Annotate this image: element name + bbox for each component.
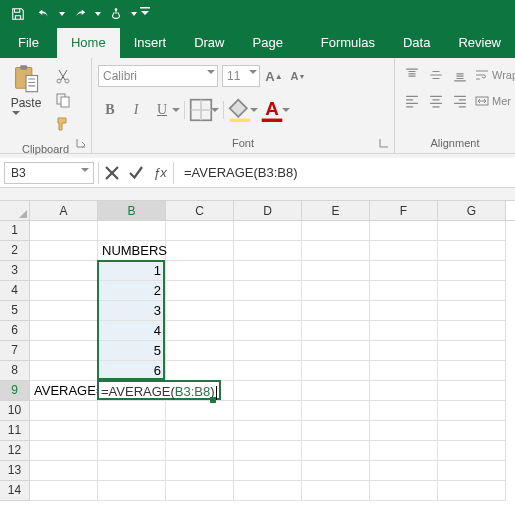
row-header-11[interactable]: 11 <box>0 421 30 441</box>
cell-B5[interactable]: 3 <box>98 301 166 321</box>
row-header-10[interactable]: 10 <box>0 401 30 421</box>
formula-bar-input[interactable]: =AVERAGE(B3:B8) <box>178 162 515 184</box>
cell-F11[interactable] <box>370 421 438 441</box>
cell-E6[interactable] <box>302 321 370 341</box>
select-all-triangle[interactable] <box>0 201 30 220</box>
tab-page-layout[interactable]: Page Layout <box>239 28 307 58</box>
cell-F10[interactable] <box>370 401 438 421</box>
tab-review[interactable]: Review <box>444 28 515 58</box>
cell-G6[interactable] <box>438 321 506 341</box>
format-painter-icon[interactable] <box>52 114 74 134</box>
save-icon[interactable] <box>6 2 30 26</box>
cell-G5[interactable] <box>438 301 506 321</box>
align-left-icon[interactable] <box>401 91 423 111</box>
cell-G14[interactable] <box>438 481 506 501</box>
row-header-9[interactable]: 9 <box>0 381 30 401</box>
cell-A3[interactable] <box>30 261 98 281</box>
customize-qat-icon[interactable] <box>140 2 154 26</box>
row-header-8[interactable]: 8 <box>0 361 30 381</box>
align-top-icon[interactable] <box>401 65 423 85</box>
name-box[interactable]: B3 <box>4 162 94 184</box>
cell-F6[interactable] <box>370 321 438 341</box>
cell-C4[interactable] <box>166 281 234 301</box>
align-middle-icon[interactable] <box>425 65 447 85</box>
paste-button[interactable]: Paste <box>6 62 46 141</box>
cell-G2[interactable] <box>438 241 506 261</box>
cell-D7[interactable] <box>234 341 302 361</box>
cell-F7[interactable] <box>370 341 438 361</box>
cell-C12[interactable] <box>166 441 234 461</box>
cell-G3[interactable] <box>438 261 506 281</box>
align-right-icon[interactable] <box>449 91 471 111</box>
cell-C6[interactable] <box>166 321 234 341</box>
editing-cell[interactable]: =AVERAGE(B3:B8) <box>97 380 221 400</box>
cell-E3[interactable] <box>302 261 370 281</box>
row-header-12[interactable]: 12 <box>0 441 30 461</box>
col-header-G[interactable]: G <box>438 201 506 220</box>
row-header-5[interactable]: 5 <box>0 301 30 321</box>
cell-D5[interactable] <box>234 301 302 321</box>
cell-D2[interactable] <box>234 241 302 261</box>
cell-G10[interactable] <box>438 401 506 421</box>
cell-E5[interactable] <box>302 301 370 321</box>
touch-mode-icon[interactable] <box>104 2 128 26</box>
cell-G12[interactable] <box>438 441 506 461</box>
col-header-C[interactable]: C <box>166 201 234 220</box>
cell-D3[interactable] <box>234 261 302 281</box>
cell-G8[interactable] <box>438 361 506 381</box>
col-header-F[interactable]: F <box>370 201 438 220</box>
cell-A11[interactable] <box>30 421 98 441</box>
cell-A7[interactable] <box>30 341 98 361</box>
cell-E8[interactable] <box>302 361 370 381</box>
cell-A10[interactable] <box>30 401 98 421</box>
undo-dropdown[interactable] <box>58 12 66 16</box>
cell-A12[interactable] <box>30 441 98 461</box>
cell-F5[interactable] <box>370 301 438 321</box>
cancel-formula-icon[interactable] <box>103 164 121 182</box>
cell-E9[interactable] <box>302 381 370 401</box>
cell-B2[interactable]: NUMBERS <box>98 241 166 261</box>
cell-E4[interactable] <box>302 281 370 301</box>
increase-font-icon[interactable]: A▲ <box>264 65 284 87</box>
cell-C10[interactable] <box>166 401 234 421</box>
cell-E1[interactable] <box>302 221 370 241</box>
cell-A9[interactable]: AVERAGE= <box>30 381 98 401</box>
cell-B10[interactable] <box>98 401 166 421</box>
cell-A13[interactable] <box>30 461 98 481</box>
cell-F14[interactable] <box>370 481 438 501</box>
wrap-text-button[interactable]: Wrap <box>475 65 515 85</box>
align-center-icon[interactable] <box>425 91 447 111</box>
merge-center-button[interactable]: Mer <box>475 91 511 111</box>
cut-icon[interactable] <box>52 66 74 86</box>
font-name-select[interactable]: Calibri <box>98 65 218 87</box>
cell-D11[interactable] <box>234 421 302 441</box>
row-header-1[interactable]: 1 <box>0 221 30 241</box>
cell-G1[interactable] <box>438 221 506 241</box>
cell-F9[interactable] <box>370 381 438 401</box>
bold-button[interactable]: B <box>98 98 122 122</box>
col-header-E[interactable]: E <box>302 201 370 220</box>
cell-C14[interactable] <box>166 481 234 501</box>
cell-C3[interactable] <box>166 261 234 281</box>
enter-formula-icon[interactable] <box>127 164 145 182</box>
cell-D4[interactable] <box>234 281 302 301</box>
cell-C2[interactable] <box>166 241 234 261</box>
cell-F12[interactable] <box>370 441 438 461</box>
font-size-select[interactable]: 11 <box>222 65 260 87</box>
cell-B4[interactable]: 2 <box>98 281 166 301</box>
cell-E12[interactable] <box>302 441 370 461</box>
col-header-D[interactable]: D <box>234 201 302 220</box>
cell-G9[interactable] <box>438 381 506 401</box>
cell-B13[interactable] <box>98 461 166 481</box>
cell-E2[interactable] <box>302 241 370 261</box>
cell-G4[interactable] <box>438 281 506 301</box>
decrease-font-icon[interactable]: A▼ <box>288 65 308 87</box>
cell-B11[interactable] <box>98 421 166 441</box>
font-launcher-icon[interactable] <box>379 138 391 150</box>
col-header-A[interactable]: A <box>30 201 98 220</box>
worksheet[interactable]: ABCDEFG 12NUMBERS3142536475869AVERAGE=10… <box>0 201 515 501</box>
tab-file[interactable]: File <box>0 28 57 58</box>
cell-A4[interactable] <box>30 281 98 301</box>
row-header-7[interactable]: 7 <box>0 341 30 361</box>
cell-D12[interactable] <box>234 441 302 461</box>
